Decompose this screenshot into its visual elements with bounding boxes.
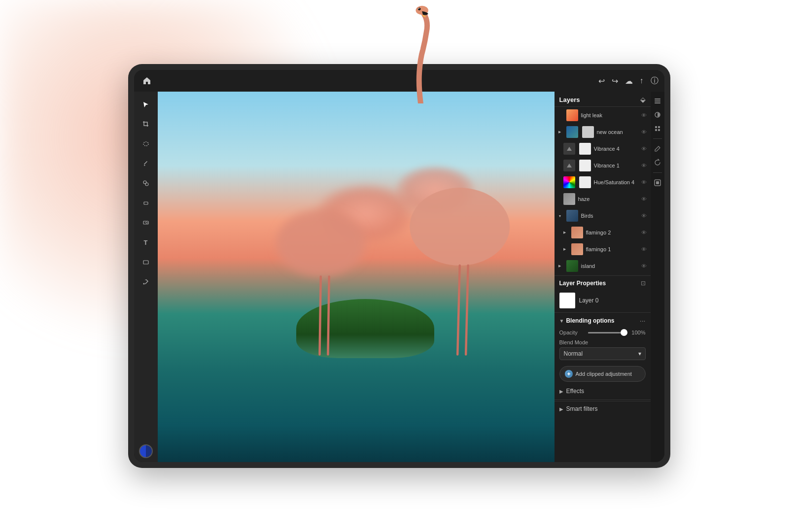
layer-item-birds[interactable]: ▼ Birds 👁 [555,207,651,224]
blending-arrow-icon: ▼ [559,318,564,324]
info-button[interactable]: ⓘ [651,76,659,86]
layer-mask-new-ocean [582,126,594,138]
layer-name-birds: Birds [581,213,638,219]
canvas-area[interactable] [158,92,555,462]
color-swatch[interactable] [139,444,153,458]
text-tool-button[interactable]: T [137,233,155,251]
layer-props-item: Layer 0 [555,290,651,311]
svg-rect-24 [658,129,660,131]
layer-eye-flamingo2[interactable]: 👁 [641,230,647,235]
icon-divider-2 [653,172,662,173]
layer-expand-island[interactable]: ▶ [558,264,563,268]
layer-expand-flamingo1[interactable]: ▶ [563,247,568,251]
layers-panel-icon[interactable]: ⬙ [640,96,646,103]
export-button[interactable]: ↑ [640,76,644,85]
layer-item-vibrance1[interactable]: Vibrance 1 👁 [555,157,651,174]
eraser-tool-button[interactable] [137,194,155,212]
layer-mask-vibrance1 [579,160,591,171]
lasso-tool-button[interactable] [137,135,155,153]
opacity-row: Opacity 100% [555,328,651,337]
effects-row[interactable]: ▶ Effects [555,384,651,399]
cloud-button[interactable]: ☁ [625,76,633,86]
svg-line-14 [457,266,460,354]
blending-more-icon[interactable]: ··· [640,317,646,325]
layer-expand-flamingo2[interactable]: ▶ [563,231,568,234]
effects-arrow-icon: ▶ [559,389,563,394]
layer-eye-island[interactable]: 👁 [641,263,647,269]
layer-expand-birds[interactable]: ▼ [558,214,563,218]
layer-eye-light-leak[interactable]: 👁 [641,112,647,118]
home-button[interactable] [140,74,154,88]
properties-panel-toggle[interactable] [652,123,663,134]
smart-filters-row[interactable]: ▶ Smart filters [555,401,651,416]
add-clipped-icon [565,370,573,378]
layer-mask-vibrance4 [579,143,591,155]
top-bar: ↩ ↪ ☁ ↑ ⓘ [134,70,664,92]
svg-rect-18 [655,100,660,101]
undo-button[interactable]: ↩ [598,76,605,86]
tablet-screen: ↩ ↪ ☁ ↑ ⓘ [134,70,664,462]
layer-eye-new-ocean[interactable]: 👁 [641,129,647,135]
layer-eye-vibrance1[interactable]: 👁 [641,163,647,168]
layer-properties-header: Layer Properties ⊡ [555,277,651,290]
layer-item-hue-sat4[interactable]: Hue/Saturation 4 👁 [555,174,651,191]
layer-item-flamingo2[interactable]: ▶ flamingo 2 👁 [555,224,651,241]
crop-tool-button[interactable] [137,115,155,133]
layer-name-flamingo1: flamingo 1 [586,246,638,252]
adjustments-panel-toggle[interactable] [652,109,663,120]
gradient-tool-button[interactable] [137,214,155,232]
blending-options-header[interactable]: ▼ Blending options ··· [555,314,651,328]
redo-button[interactable]: ↪ [612,76,618,86]
edit-icon[interactable] [652,143,663,154]
layer-thumb-island [566,260,578,272]
opacity-slider[interactable] [588,332,628,333]
layer-eye-hue-sat4[interactable]: 👁 [641,179,647,185]
layer-name-light-leak: light leak [581,112,638,118]
refresh-icon[interactable] [652,157,663,168]
add-clipped-label: Add clipped adjustment [576,371,632,377]
layer-item-haze[interactable]: haze 👁 [555,191,651,207]
svg-rect-21 [655,126,657,128]
svg-rect-22 [658,126,660,128]
eyedropper-tool-button[interactable] [137,273,155,291]
layer-thumb-light-leak [566,109,578,121]
svg-point-0 [416,6,428,15]
blend-mode-select[interactable]: Normal ▾ [559,347,646,360]
layer-mask-hue-sat4 [579,176,591,188]
layer-props-thumb [559,293,575,308]
select-tool-button[interactable] [137,96,155,113]
layer-eye-vibrance4[interactable]: 👁 [641,146,647,152]
layer-thumb-birds [566,210,578,222]
layer-name-flamingo2: flamingo 2 [586,230,638,235]
top-bar-icons: ↩ ↪ ☁ ↑ ⓘ [598,76,659,86]
layer-properties-icon[interactable]: ⊡ [641,280,646,287]
right-panel: Layers ⬙ light leak 👁 [555,92,651,462]
layer-expand-new-ocean[interactable]: ▶ [558,130,563,134]
svg-rect-6 [144,202,148,204]
canvas-island [296,299,434,358]
blend-mode-value: Normal [564,350,583,357]
brush-tool-button[interactable] [137,155,155,172]
layer-name-vibrance4: Vibrance 4 [594,146,638,152]
layer-item-light-leak[interactable]: light leak 👁 [555,107,651,124]
add-clipped-button[interactable]: Add clipped adjustment [559,366,646,382]
svg-point-5 [145,183,148,186]
right-icons-column [651,92,664,462]
layer-thumb-vibrance1 [563,160,575,171]
layer-eye-birds[interactable]: 👁 [641,213,647,219]
layers-panel-toggle[interactable] [652,96,663,106]
layer-eye-haze[interactable]: 👁 [641,196,647,202]
shape-tool-button[interactable] [137,253,155,271]
layer-separator-2 [555,312,651,313]
layer-thumb-flamingo1 [571,243,583,255]
svg-point-2 [418,8,419,9]
smart-filters-arrow-icon: ▶ [559,406,563,412]
stamp-tool-button[interactable] [137,174,155,192]
layer-item-new-ocean[interactable]: ▶ new ocean 👁 [555,124,651,140]
layer-item-island[interactable]: ▶ island 👁 [555,258,651,274]
mask-icon[interactable] [652,177,663,188]
opacity-label: Opacity [559,330,584,335]
layer-item-flamingo1[interactable]: ▶ flamingo 1 👁 [555,241,651,258]
layer-eye-flamingo1[interactable]: 👁 [641,246,647,252]
layer-item-vibrance4[interactable]: Vibrance 4 👁 [555,140,651,157]
